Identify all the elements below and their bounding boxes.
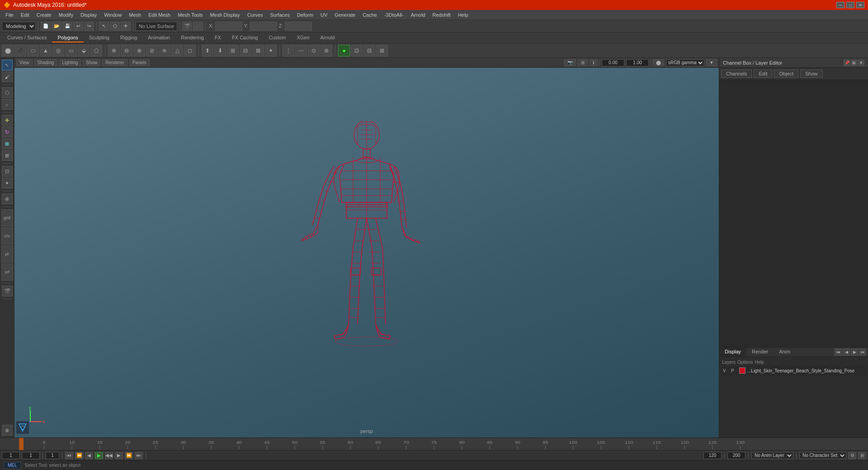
select-tool-btn[interactable]: ↖ [2,60,13,70]
menu-generate[interactable]: Generate [331,11,359,19]
uv-icon-btn[interactable]: ⊡ [351,45,363,56]
viewport-3d[interactable]: x y persp [14,68,719,437]
render-tab[interactable]: Render [746,348,774,357]
uv3-icon-btn[interactable]: ⊞ [376,45,388,56]
bridge-icon-btn[interactable]: ⬇ [214,45,226,56]
renderer-menu-btn[interactable]: Renderer [102,59,127,66]
tab-custom[interactable]: Custom [264,33,292,42]
bottom-btn-1[interactable]: ⊕ [2,425,13,436]
menu-file[interactable]: File [2,11,17,19]
disc-icon-btn[interactable]: ⬙ [78,45,90,56]
uv2-icon-btn[interactable]: ⊟ [363,45,375,56]
tab-animation[interactable]: Animation [142,33,175,42]
next-frame-transport-btn[interactable]: ▶ [115,452,123,459]
next-frame-btn[interactable]: ▶ [851,348,858,356]
next-key-btn[interactable]: ⏭ [859,348,866,356]
paint-select-btn[interactable]: 🖌 [2,71,13,82]
quad-icon-btn[interactable]: ◻ [184,45,196,56]
layers-label[interactable]: Layers [722,360,736,365]
separate-icon-btn[interactable]: ⊖ [121,45,132,56]
append-icon-btn[interactable]: ⊞ [227,45,239,56]
show-tab[interactable]: Show [800,70,823,78]
move-tool-button[interactable]: ✛ [121,22,131,31]
rotate-btn[interactable]: ↻ [2,127,13,137]
range-end-input[interactable] [727,452,745,459]
end-frame-input[interactable] [703,452,722,459]
lighting-menu-btn[interactable]: Lighting [59,59,81,66]
plane-icon-btn[interactable]: ▭ [65,45,77,56]
frame-step-input[interactable] [46,452,59,459]
hud-btn[interactable]: ℹ [590,59,598,66]
layer-p-indicator[interactable]: P [731,368,737,373]
char-set-settings-btn[interactable]: ⚙ [848,452,856,459]
move-btn[interactable]: ✛ [2,115,13,126]
poke-icon-btn[interactable]: ✦ [265,45,277,56]
play-back-btn[interactable]: ◀◀ [105,452,113,459]
smooth-icon-btn[interactable]: ≋ [159,45,170,56]
soft-mod-btn[interactable]: ⊡ [2,166,13,177]
menu-edit-mesh[interactable]: Edit Mesh [145,11,174,19]
far-clip-input[interactable] [626,59,649,66]
display-tab[interactable]: Display [719,348,746,357]
sculpt-btn[interactable]: ✦ [2,178,13,188]
save-scene-button[interactable]: 💾 [62,22,72,31]
snap-surface-btn[interactable]: srf [1,263,13,281]
menu-curves[interactable]: Curves [244,11,267,19]
extrude-icon-btn[interactable]: ⬆ [202,45,213,56]
select-tool-button[interactable]: ↖ [99,22,109,31]
channels-tab[interactable]: Channels [721,70,752,78]
tab-rigging[interactable]: Rigging [115,33,142,42]
prev-frame-btn[interactable]: ◀ [843,348,850,356]
tab-rendering[interactable]: Rendering [175,33,209,42]
maximize-button[interactable]: □ [846,2,854,8]
torus-icon-btn[interactable]: ◎ [52,45,64,56]
next-key-transport-btn[interactable]: ⏩ [125,452,133,459]
menu-redshift[interactable]: Redshift [429,11,454,19]
insert-edge-icon-btn[interactable]: ⋮ [283,45,294,56]
tab-xgen[interactable]: XGen [291,33,315,42]
render-view-btn[interactable]: 🎬 [2,286,13,296]
fill-hole-icon-btn[interactable]: ⊟ [240,45,251,56]
transform-btn[interactable]: ⊠ [2,150,13,161]
tab-sculpting[interactable]: Sculpting [84,33,115,42]
tab-arnold[interactable]: Arnold [315,33,340,42]
camera-icon-btn[interactable]: ⬤ [653,59,664,66]
character-set-select[interactable]: No Character Set [799,452,846,459]
show-menu-btn[interactable]: Show [83,59,100,66]
timeline-area[interactable]: 5 10 15 20 25 30 35 40 45 50 5 [0,437,868,450]
current-frame-input[interactable] [22,452,40,459]
redo-button[interactable]: ↪ [84,22,94,31]
cylinder-icon-btn[interactable]: ⬭ [27,45,39,56]
connect-icon-btn[interactable]: ⊙ [308,45,320,56]
snap-grid-btn[interactable]: grid [1,209,13,226]
menu-surfaces[interactable]: Surfaces [266,11,293,19]
expand-channel-btn[interactable]: ⊞ [851,60,857,66]
camera-select-btn[interactable]: 📷 [564,59,576,66]
panels-menu-btn[interactable]: Panels [129,59,150,66]
near-clip-input[interactable] [602,59,624,66]
tab-fx-caching[interactable]: FX Caching [226,33,263,42]
pin-channel-btn[interactable]: 📌 [844,60,850,66]
menu-cache[interactable]: Cache [359,11,381,19]
menu-uv[interactable]: UV [317,11,331,19]
menu-deform[interactable]: Deform [293,11,317,19]
cube-icon-btn[interactable]: ⬛ [14,45,26,56]
detach-icon-btn[interactable]: ⊛ [321,45,332,56]
lasso-btn[interactable]: ⬡ [2,87,13,98]
view-menu-btn[interactable]: View [16,59,33,66]
mode-select[interactable]: Modeling [2,22,36,31]
anim-tab[interactable]: Anim [774,348,796,357]
new-scene-button[interactable]: 📄 [41,22,51,31]
marquee-btn[interactable]: ⬦ [2,99,13,110]
prev-key-btn[interactable]: ⏮ [835,348,842,356]
layer-color-swatch[interactable] [739,367,745,374]
edit-tab[interactable]: Edit [754,70,772,78]
menu-window[interactable]: Window [100,11,125,19]
triangulate-icon-btn[interactable]: △ [171,45,183,56]
prev-frame-transport-btn[interactable]: ◀ [85,452,93,459]
cone-icon-btn[interactable]: ▲ [40,45,52,56]
tab-polygons[interactable]: Polygons [52,33,83,42]
platonic-icon-btn[interactable]: ⬠ [90,45,102,56]
shading-menu-btn[interactable]: Shading [34,59,57,66]
go-start-btn[interactable]: ⏮ [65,452,73,459]
